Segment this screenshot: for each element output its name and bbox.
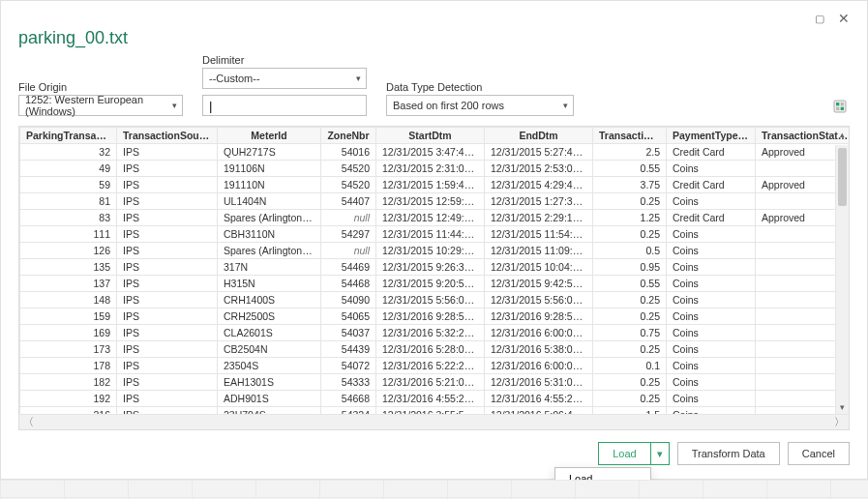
cell: 0.55: [593, 161, 667, 177]
maximize-icon[interactable]: ▢: [815, 13, 824, 25]
table-row[interactable]: 173IPSCB2504N5443912/31/2016 5:28:04 PM1…: [20, 341, 850, 358]
cell: 0.5: [593, 243, 667, 259]
cell: 0.75: [593, 325, 667, 341]
cell: 12/31/2015 11:09:48 AM: [485, 243, 593, 259]
table-row[interactable]: 159IPSCRH2500S5406512/31/2016 9:28:58 PM…: [20, 308, 850, 325]
load-menu: Load Load To...: [554, 467, 651, 480]
close-icon[interactable]: ✕: [838, 11, 850, 26]
cell: IPS: [117, 391, 218, 407]
cell: 135: [20, 259, 117, 276]
svg-rect-0: [834, 101, 846, 112]
cell: 12/31/2015 9:26:31 AM: [376, 259, 485, 276]
svg-rect-1: [836, 103, 839, 105]
menu-load[interactable]: Load: [555, 468, 650, 480]
table-row[interactable]: 111IPSCBH3110N5429712/31/2015 11:44:25 A…: [20, 226, 850, 243]
cell: 12/31/2016 3:55:56 PM: [376, 407, 485, 415]
svg-rect-3: [836, 107, 839, 110]
cell: null: [321, 210, 376, 226]
column-header[interactable]: ZoneNbr: [321, 128, 376, 144]
load-splitbutton: Load ▾: [598, 442, 669, 465]
cell: Coins: [667, 341, 756, 358]
settings-icon[interactable]: [830, 97, 850, 116]
table-row[interactable]: 59IPS191110N5452012/31/2015 1:59:49 PM12…: [20, 177, 850, 193]
cell: 0.95: [593, 259, 667, 276]
scroll-right-icon[interactable]: 〉: [834, 415, 845, 429]
cell: 32: [20, 144, 117, 161]
column-header[interactable]: TransactionAmt: [593, 128, 667, 144]
table-row[interactable]: 148IPSCRH1400S5409012/31/2015 5:56:00 AM…: [20, 292, 850, 308]
table-row[interactable]: 169IPSCLA2601S5403712/31/2016 5:32:21 PM…: [20, 325, 850, 341]
cell: Coins: [667, 292, 756, 308]
table-row[interactable]: 81IPSUL1404N5440712/31/2015 12:59:18 PM1…: [20, 193, 850, 210]
cell: IPS: [117, 193, 218, 210]
cell: Spares (Arlington VA): [218, 210, 321, 226]
cell: 12/31/2016 5:22:25 PM: [376, 358, 485, 374]
table-row[interactable]: 178IPS23504S5407212/31/2016 5:22:25 PM12…: [20, 358, 850, 374]
cell: 54090: [321, 292, 376, 308]
table-row[interactable]: 83IPSSpares (Arlington VA)null12/31/2015…: [20, 210, 850, 226]
cell: 12/31/2015 12:49:13 PM: [376, 210, 485, 226]
column-header[interactable]: EndDtm: [485, 128, 593, 144]
column-header[interactable]: ParkingTransactionKey: [20, 128, 117, 144]
cell: 1.25: [593, 210, 667, 226]
column-header[interactable]: PaymentTypeName: [667, 128, 756, 144]
vertical-scrollbar[interactable]: ▴ ▾: [835, 145, 849, 414]
cell: 126: [20, 243, 117, 259]
delimiter-select[interactable]: --Custom--: [202, 68, 367, 89]
horizontal-scrollbar[interactable]: 〈 〉: [19, 414, 849, 429]
datatype-label: Data Type Detection: [386, 81, 574, 93]
scroll-up-icon[interactable]: ▴: [836, 130, 849, 139]
cell: 0.1: [593, 358, 667, 374]
cell: 12/31/2016 4:55:26 PM: [376, 391, 485, 407]
column-header[interactable]: StartDtm: [376, 128, 485, 144]
scrollbar-thumb[interactable]: [838, 148, 847, 206]
column-header[interactable]: TransactionSourceCode: [117, 128, 218, 144]
cell: 148: [20, 292, 117, 308]
cell: 191110N: [218, 177, 321, 193]
cell: CRH1400S: [218, 292, 321, 308]
cell: 81: [20, 193, 117, 210]
delimiter-input[interactable]: [202, 95, 367, 116]
dialog-footer: Load ▾ Transform Data Cancel Load Load T…: [18, 442, 850, 465]
scroll-left-icon[interactable]: 〈: [23, 415, 34, 429]
cell: 12/31/2016 5:21:05 PM: [376, 374, 485, 391]
datatype-select[interactable]: Based on first 200 rows: [386, 95, 574, 116]
cell: IPS: [117, 374, 218, 391]
cell: 12/31/2015 3:47:48 PM: [376, 144, 485, 161]
column-header[interactable]: MeterId: [218, 128, 321, 144]
table-row[interactable]: 126IPSSpares (Arlington VA)null12/31/201…: [20, 243, 850, 259]
cell: 54439: [321, 341, 376, 358]
cell: 12/31/2015 9:20:57 AM: [376, 276, 485, 292]
cell: 12/31/2016 5:32:21 PM: [376, 325, 485, 341]
cell: 12/31/2016 6:00:01 PM: [485, 358, 593, 374]
column-header[interactable]: TransactionStatusCode: [756, 128, 850, 144]
file-origin-select[interactable]: 1252: Western European (Windows): [18, 95, 183, 116]
cell: QUH2717S: [218, 144, 321, 161]
table-row[interactable]: 137IPSH315N5446812/31/2015 9:20:57 AM12/…: [20, 276, 850, 292]
cell: 0.25: [593, 391, 667, 407]
cell: Credit Card: [667, 144, 756, 161]
table-row[interactable]: 49IPS191106N5452012/31/2015 2:31:08 PM12…: [20, 161, 850, 177]
cell: IPS: [117, 407, 218, 415]
cell: IPS: [117, 161, 218, 177]
table-row[interactable]: 135IPS317N5446912/31/2015 9:26:31 AM12/3…: [20, 259, 850, 276]
cell: Coins: [667, 325, 756, 341]
cell: 2.5: [593, 144, 667, 161]
table-row[interactable]: 216IPS23H704S5432412/31/2016 3:55:56 PM1…: [20, 407, 850, 415]
load-dropdown-button[interactable]: ▾: [651, 442, 670, 465]
table-row[interactable]: 182IPSEAH1301S5433312/31/2016 5:21:05 PM…: [20, 374, 850, 391]
cell: 0.25: [593, 193, 667, 210]
cell: UL1404N: [218, 193, 321, 210]
table-row[interactable]: 192IPSADH901S5466812/31/2016 4:55:26 PM1…: [20, 391, 850, 407]
load-button[interactable]: Load: [598, 442, 650, 465]
cell: 54520: [321, 161, 376, 177]
cell: Coins: [667, 374, 756, 391]
table-row[interactable]: 32IPSQUH2717S5401612/31/2015 3:47:48 PM1…: [20, 144, 850, 161]
cancel-button[interactable]: Cancel: [788, 442, 850, 465]
cell: IPS: [117, 276, 218, 292]
cell: 12/31/2016 5:38:04 PM: [485, 341, 593, 358]
transform-data-button[interactable]: Transform Data: [677, 442, 780, 465]
cell: IPS: [117, 358, 218, 374]
scroll-down-icon[interactable]: ▾: [836, 402, 849, 412]
cell: 54324: [321, 407, 376, 415]
